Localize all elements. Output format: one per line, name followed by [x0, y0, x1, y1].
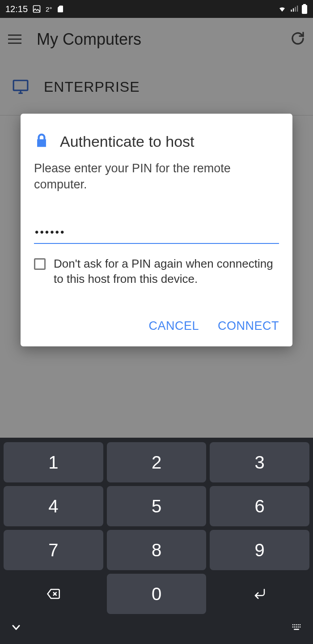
connect-button[interactable]: CONNECT — [218, 319, 279, 333]
svg-point-15 — [298, 624, 299, 626]
svg-point-17 — [292, 627, 294, 628]
dialog-message: Please enter your PIN for the remote com… — [34, 160, 279, 193]
svg-point-21 — [300, 627, 301, 628]
svg-point-14 — [296, 624, 297, 626]
key-2[interactable]: 2 — [107, 442, 207, 482]
image-icon — [32, 4, 41, 13]
svg-rect-3 — [295, 7, 296, 12]
svg-rect-22 — [294, 629, 299, 630]
status-bar: 12:15 2° — [0, 0, 313, 18]
pin-input[interactable] — [34, 223, 279, 244]
svg-point-19 — [296, 627, 297, 628]
key-4[interactable]: 4 — [4, 486, 103, 526]
svg-rect-1 — [291, 10, 292, 12]
svg-rect-4 — [297, 6, 298, 12]
key-7[interactable]: 7 — [4, 530, 103, 570]
svg-point-20 — [298, 627, 299, 628]
battery-icon — [301, 4, 308, 14]
key-9[interactable]: 9 — [210, 530, 309, 570]
wifi-icon — [277, 5, 287, 13]
key-3[interactable]: 3 — [210, 442, 309, 482]
key-backspace[interactable] — [4, 574, 103, 614]
remember-checkbox[interactable] — [34, 258, 46, 270]
svg-rect-2 — [293, 9, 294, 12]
svg-rect-6 — [303, 4, 306, 5]
cancel-button[interactable]: CANCEL — [148, 319, 199, 333]
key-8[interactable]: 8 — [107, 530, 207, 570]
svg-point-16 — [300, 624, 301, 626]
key-enter[interactable] — [210, 574, 309, 614]
signal-icon — [290, 5, 299, 13]
collapse-keyboard-button[interactable] — [9, 622, 23, 635]
lock-icon — [34, 132, 49, 151]
sd-card-icon — [56, 4, 64, 13]
svg-rect-5 — [302, 5, 307, 14]
keyboard-switch-button[interactable] — [289, 622, 304, 635]
key-6[interactable]: 6 — [210, 486, 309, 526]
key-1[interactable]: 1 — [4, 442, 103, 482]
remember-label: Don't ask for a PIN again when connectin… — [54, 256, 279, 287]
svg-point-18 — [294, 627, 296, 628]
key-5[interactable]: 5 — [107, 486, 207, 526]
numeric-keyboard: 1 2 3 4 5 6 7 8 9 0 — [0, 438, 313, 644]
svg-rect-0 — [34, 6, 40, 13]
svg-point-13 — [294, 624, 296, 626]
status-time: 12:15 — [5, 4, 28, 14]
key-0[interactable]: 0 — [107, 574, 207, 614]
svg-point-12 — [292, 624, 294, 626]
status-temp: 2° — [46, 5, 52, 13]
dialog-title: Authenticate to host — [60, 133, 195, 150]
auth-dialog: Authenticate to host Please enter your P… — [21, 114, 292, 346]
